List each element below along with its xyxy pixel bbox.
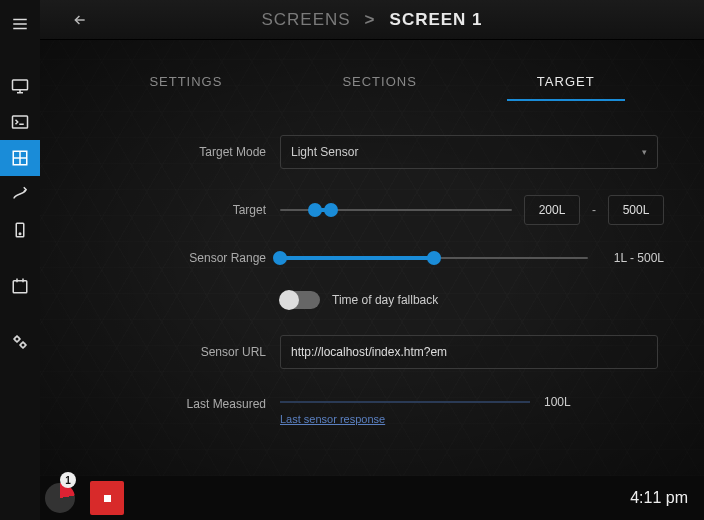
breadcrumb-root: SCREENS	[261, 10, 350, 30]
content: SETTINGS SECTIONS TARGET Target Mode Lig…	[40, 40, 704, 476]
sensor-range-label: Sensor Range	[80, 251, 280, 265]
settings-icon[interactable]	[0, 324, 40, 360]
target-slider[interactable]	[280, 209, 512, 211]
monitor-icon[interactable]	[0, 68, 40, 104]
breadcrumb-separator: >	[365, 10, 376, 30]
footer: 1 4:11 pm	[40, 476, 704, 520]
calendar-icon[interactable]	[0, 268, 40, 304]
menu-icon[interactable]	[0, 6, 40, 42]
app-root: SCREENS > SCREEN 1 SETTINGS SECTIONS TAR…	[0, 0, 704, 520]
stop-icon	[104, 495, 111, 502]
target-slider-thumb-max[interactable]	[324, 203, 338, 217]
target-min-box[interactable]: 200L	[524, 195, 580, 225]
stop-button[interactable]	[90, 481, 124, 515]
target-mode-select[interactable]: Light Sensor ▾	[280, 135, 658, 169]
sensor-range-thumb-max[interactable]	[427, 251, 441, 265]
last-measured-value: 100L	[544, 395, 571, 409]
grid-icon[interactable]	[0, 140, 40, 176]
svg-rect-6	[13, 116, 28, 128]
device-icon[interactable]	[0, 212, 40, 248]
breadcrumb-current: SCREEN 1	[390, 10, 483, 30]
last-sensor-response-link[interactable]: Last sensor response	[280, 413, 385, 425]
svg-point-16	[15, 337, 20, 342]
svg-point-17	[21, 343, 26, 348]
breadcrumb: SCREENS > SCREEN 1	[40, 10, 704, 30]
sensor-range-text: 1L - 500L	[614, 251, 664, 265]
tab-target[interactable]: TARGET	[507, 68, 625, 101]
notification-badge: 1	[60, 472, 76, 488]
route-icon[interactable]	[0, 176, 40, 212]
target-max-box[interactable]: 500L	[608, 195, 664, 225]
last-measured-bar	[280, 401, 530, 403]
back-button[interactable]	[60, 13, 100, 27]
svg-rect-3	[13, 80, 28, 90]
chevron-down-icon: ▾	[642, 147, 647, 157]
main-panel: SCREENS > SCREEN 1 SETTINGS SECTIONS TAR…	[40, 0, 704, 520]
range-dash: -	[592, 203, 596, 217]
tab-sections[interactable]: SECTIONS	[312, 68, 446, 101]
target-slider-thumb-min[interactable]	[308, 203, 322, 217]
target-label: Target	[80, 203, 280, 217]
svg-point-12	[19, 233, 21, 235]
fallback-toggle[interactable]	[280, 291, 320, 309]
target-mode-label: Target Mode	[80, 145, 280, 159]
last-measured-label: Last Measured	[80, 395, 280, 411]
sensor-url-label: Sensor URL	[80, 345, 280, 359]
sensor-range-thumb-min[interactable]	[273, 251, 287, 265]
svg-rect-13	[13, 281, 27, 293]
clock: 4:11 pm	[630, 489, 688, 507]
sensor-range-slider[interactable]	[280, 257, 588, 259]
tab-settings[interactable]: SETTINGS	[119, 68, 252, 101]
gauge-button[interactable]: 1	[40, 476, 80, 520]
sidebar	[0, 0, 40, 520]
terminal-icon[interactable]	[0, 104, 40, 140]
target-mode-value: Light Sensor	[291, 145, 358, 159]
fallback-toggle-label: Time of day fallback	[332, 293, 438, 307]
sensor-url-input[interactable]	[280, 335, 658, 369]
tabs: SETTINGS SECTIONS TARGET	[80, 40, 664, 101]
header: SCREENS > SCREEN 1	[40, 0, 704, 40]
